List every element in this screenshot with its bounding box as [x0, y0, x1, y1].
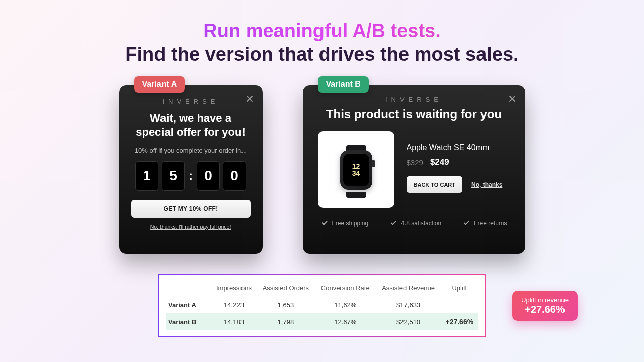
- stats-section: Impressions Assisted Orders Conversion R…: [0, 274, 644, 337]
- variant-b-title: This product is waiting for you: [318, 107, 510, 121]
- check-icon: [321, 220, 328, 227]
- uplift-badge-label: Uplift in revenue: [521, 296, 569, 304]
- close-icon[interactable]: [507, 94, 517, 104]
- timer-colon: :: [188, 169, 194, 183]
- headline: Run meaningful A/B tests. Find the versi…: [0, 20, 644, 65]
- benefit-item: Free shipping: [321, 220, 369, 227]
- product-info: Apple Watch SE 40mm $329 $249 BACK TO CA…: [407, 131, 510, 193]
- product-prices: $329 $249: [407, 157, 510, 167]
- product-image: 1234: [318, 131, 394, 208]
- brand-logo: INVERSE: [318, 96, 510, 103]
- variant-a-badge: Variant A: [134, 76, 185, 93]
- table-row: Variant B 14,183 1,798 12.67% $22,510 +2…: [166, 313, 478, 330]
- close-icon[interactable]: [245, 94, 255, 104]
- timer-digit: 1: [135, 161, 158, 191]
- price-old: $329: [407, 158, 423, 167]
- decline-link[interactable]: No, thanks. I'll rather pay full price!: [131, 224, 251, 230]
- headline-top: Run meaningful A/B tests.: [0, 20, 644, 42]
- check-icon: [463, 220, 469, 227]
- benefits-row: Free shipping 4.8 satisfaction Free retu…: [318, 220, 510, 227]
- product-row: 1234 Apple Watch SE 40mm $329 $249 BACK …: [318, 131, 510, 208]
- timer-digit: 5: [162, 161, 185, 191]
- table-header-row: Impressions Assisted Orders Conversion R…: [166, 281, 478, 297]
- benefit-item: 4.8 satisfaction: [390, 220, 441, 227]
- uplift-badge: Uplift in revenue +27.66%: [512, 291, 578, 321]
- get-offer-button[interactable]: GET MY 10% OFF!: [131, 200, 251, 218]
- timer-digit: 0: [197, 161, 220, 191]
- countdown-timer: 1 5 : 0 0: [131, 161, 251, 191]
- timer-digit: 0: [223, 161, 246, 191]
- table-row: Variant A 14,223 1,653 11,62% $17,633: [166, 297, 478, 313]
- brand-logo: INVERSE: [131, 98, 251, 105]
- price-new: $249: [430, 157, 449, 167]
- variant-a-wrap: Variant A INVERSE Wait, we have a specia…: [119, 85, 263, 254]
- benefit-item: Free returns: [463, 220, 507, 227]
- headline-bottom: Find the version that drives the most sa…: [0, 44, 644, 65]
- variant-a-card: INVERSE Wait, we have a special offer fo…: [119, 85, 263, 254]
- uplift-badge-value: +27.66%: [521, 304, 569, 315]
- variant-a-subtext: 10% off if you complete your order in...: [131, 147, 251, 154]
- variant-b-wrap: Variant B INVERSE This product is waitin…: [303, 85, 525, 254]
- variant-b-badge: Variant B: [318, 76, 369, 93]
- back-to-cart-button[interactable]: BACK TO CART: [407, 176, 463, 193]
- variant-a-title: Wait, we have a special offer for you!: [131, 111, 251, 139]
- product-name: Apple Watch SE 40mm: [407, 143, 510, 152]
- decline-link[interactable]: No, thanks: [471, 181, 502, 188]
- stats-table: Impressions Assisted Orders Conversion R…: [158, 274, 486, 337]
- check-icon: [390, 220, 396, 227]
- variant-b-card: INVERSE This product is waiting for you …: [303, 85, 525, 254]
